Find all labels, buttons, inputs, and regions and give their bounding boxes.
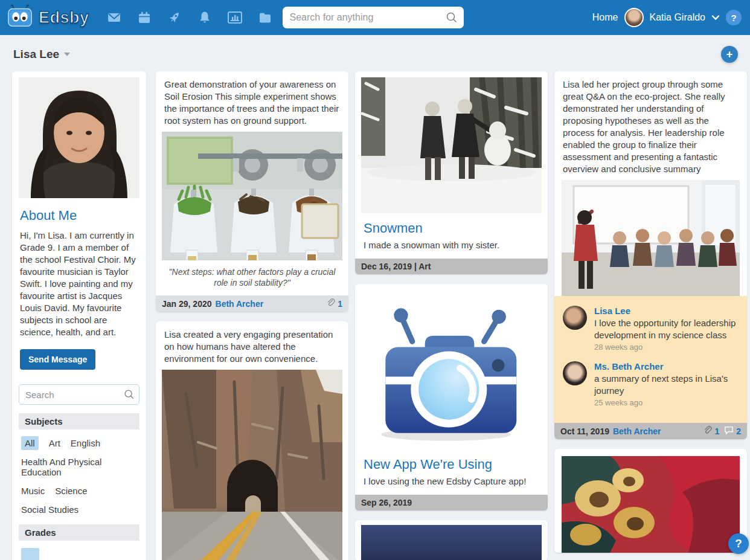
about-me-bio: Hi, I'm Lisa. I am currently in Grade 9.… [20, 230, 138, 338]
portfolio-search [19, 384, 139, 405]
add-post-button[interactable]: + [721, 46, 738, 63]
navbar-right-group: Home Katia Giraldo ? [592, 8, 742, 27]
comment-text: I love the opportunity for leadership de… [594, 317, 739, 341]
edsby-wordmark: Edsby [39, 8, 89, 27]
post-column-2: Snowmen I made a snowman with my sister.… [355, 71, 548, 560]
grades-header: Grades [19, 524, 139, 541]
post-snowmen[interactable]: Snowmen I made a snowman with my sister.… [355, 71, 548, 274]
title-caret-icon[interactable] [64, 53, 70, 56]
paperclip-icon [704, 426, 712, 436]
post-title[interactable]: Snowmen [355, 213, 548, 239]
commenter-name-link[interactable]: Lisa Lee [594, 306, 739, 316]
search-icon[interactable] [445, 11, 458, 27]
chart-icon[interactable] [227, 10, 243, 25]
comment-section: Lisa Lee I love the opportunity for lead… [554, 296, 747, 423]
global-search [283, 7, 464, 28]
classroom-photo [562, 180, 740, 296]
chevron-down-icon[interactable] [711, 12, 720, 23]
post-soil-erosion[interactable]: Great demonstration of your awareness on… [156, 71, 348, 312]
calendar-icon[interactable] [136, 10, 152, 25]
post-body: I love using the new Edsby Capture app! [355, 475, 548, 495]
comment-timestamp: 25 weeks ago [594, 398, 739, 407]
global-search-input[interactable] [283, 7, 464, 28]
snowmen-photo [361, 77, 542, 213]
teacher-quote: "Next steps: what other factors play a c… [156, 260, 348, 295]
folder-icon[interactable] [257, 10, 273, 25]
post-date-subject: Dec 16, 2019 | Art [361, 262, 431, 271]
paperclip-icon [327, 298, 335, 309]
post-footer: Sep 26, 2019 [355, 495, 548, 510]
post-environment-presentation[interactable]: Lisa created a very engaging presentatio… [156, 321, 348, 560]
subject-filter-science[interactable]: Science [55, 486, 87, 496]
post-text: Lisa created a very engaging presentatio… [156, 321, 348, 370]
subject-filter-all[interactable]: All [21, 436, 39, 450]
portfolio-search-input[interactable] [19, 384, 139, 405]
night-sky-photo [361, 525, 542, 560]
subject-filter-music[interactable]: Music [21, 486, 45, 496]
comment-item: Lisa Lee I love the opportunity for lead… [563, 306, 739, 352]
mail-icon[interactable] [106, 10, 122, 25]
grade-filter-chip[interactable] [21, 548, 39, 560]
home-link[interactable]: Home [592, 12, 618, 23]
user-avatar[interactable] [624, 8, 644, 27]
post-author-link[interactable]: Beth Archer [613, 426, 661, 436]
user-name[interactable]: Katia Giraldo [650, 12, 706, 23]
page-header: Lisa Lee + [0, 35, 750, 71]
navbar-icon-group [106, 10, 273, 25]
subject-filter-social-studies[interactable]: Social Studies [21, 504, 79, 515]
commenter-avatar[interactable] [563, 361, 587, 385]
subject-filter-english[interactable]: English [71, 438, 100, 448]
floating-help-icon[interactable]: ? [728, 533, 749, 554]
post-column-1: Great demonstration of your awareness on… [156, 71, 348, 560]
post-date: Oct 11, 2019 [560, 426, 609, 436]
post-text: Lisa led her project group through some … [554, 71, 747, 180]
profile-sidebar: About Me Hi, I'm Lisa. I am currently in… [12, 71, 146, 560]
attachment-count: 1 [338, 299, 342, 309]
soil-experiment-photo [162, 132, 342, 260]
post-footer: Oct 11, 2019 Beth Archer 1 2 [554, 423, 747, 439]
edsby-capture-camera-illustration [367, 295, 536, 446]
post-date: Sep 26, 2019 [361, 498, 412, 507]
post-title[interactable]: New App We're Using [355, 449, 548, 475]
student-portrait-photo [19, 77, 139, 198]
search-icon[interactable] [123, 388, 135, 403]
attachment-count: 1 [714, 426, 719, 436]
comment-bubble-icon [724, 426, 734, 436]
rocket-icon[interactable] [167, 10, 182, 25]
top-navbar: Edsby [0, 0, 750, 35]
bell-icon[interactable] [197, 10, 213, 25]
subject-filter-art[interactable]: Art [49, 438, 60, 448]
post-author-link[interactable]: Beth Archer [216, 299, 264, 309]
post-footer: Jan 29, 2020 Beth Archer 1 [156, 295, 348, 312]
tunnel-road-photo [162, 370, 342, 560]
subjects-header: Subjects [19, 413, 139, 430]
content-area: About Me Hi, I'm Lisa. I am currently in… [0, 71, 750, 560]
post-text: Great demonstration of your awareness on… [156, 71, 348, 132]
post-new-app[interactable]: New App We're Using I love using the new… [355, 284, 548, 510]
edsby-robot-icon [6, 4, 34, 31]
edsby-logo[interactable]: Edsby [6, 4, 89, 31]
comment-item: Ms. Beth Archer a summary of next steps … [563, 361, 739, 407]
send-message-button[interactable]: Send Message [20, 349, 95, 370]
about-me-title: About Me [20, 208, 138, 224]
sunflower-painting-photo [562, 456, 740, 553]
page: Edsby [0, 0, 750, 560]
profile-card: About Me Hi, I'm Lisa. I am currently in… [12, 71, 146, 560]
commenter-avatar[interactable] [563, 306, 587, 330]
comment-count: 2 [736, 426, 741, 436]
post-partial-bottom[interactable] [355, 520, 548, 560]
post-column-3: Lisa led her project group through some … [554, 71, 747, 553]
comment-timestamp: 28 weeks ago [594, 343, 739, 352]
page-title: Lisa Lee [13, 48, 59, 61]
post-date: Jan 29, 2020 [162, 299, 212, 309]
comment-text: a summary of next steps in Lisa's journe… [594, 373, 739, 397]
post-project-group[interactable]: Lisa led her project group through some … [554, 71, 747, 439]
subject-filter-list: All Art English Health And Physical Educ… [19, 437, 139, 524]
post-painting[interactable] [554, 449, 747, 553]
commenter-name-link[interactable]: Ms. Beth Archer [594, 361, 739, 372]
help-icon[interactable]: ? [726, 10, 742, 25]
post-footer: Dec 16, 2019 | Art [355, 259, 548, 274]
post-body: I made a snowman with my sister. [355, 239, 548, 259]
subject-filter-health[interactable]: Health And Physical Education [21, 457, 137, 477]
